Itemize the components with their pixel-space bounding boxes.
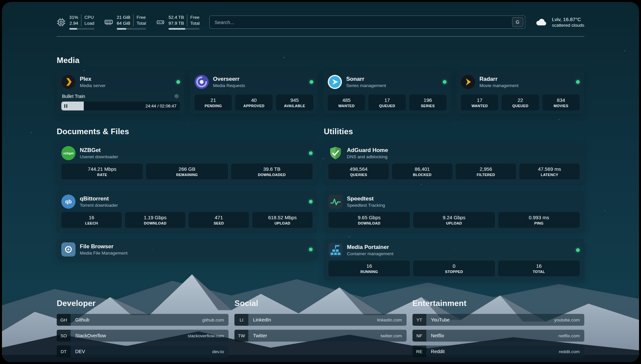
ram-label-1: Free: [137, 15, 146, 20]
disk-progress-fill: [168, 28, 185, 30]
bookmark-stackoverflow[interactable]: SO StackOverflow stackoverflow.com: [57, 330, 229, 342]
stat-label: RATE: [97, 173, 107, 177]
stat-label: REMAINING: [176, 173, 198, 177]
filebrowser-card[interactable]: File Browser Media File Management: [57, 239, 317, 259]
stat-value: 16: [536, 263, 542, 269]
bookmark-twitter[interactable]: TW Twitter twitter.com: [234, 330, 406, 342]
stat: 47.569 ms LATENCY: [519, 164, 580, 179]
bookmark-url: linkedin.com: [377, 318, 407, 322]
stat-value: 39.6 TB: [263, 166, 280, 172]
weather-condition: scattered clouds: [552, 23, 584, 28]
nzbget-card[interactable]: nzbget NZBGet Usenet downloader 744.21 M…: [57, 142, 317, 183]
bookmark-github[interactable]: GH Github github.com: [57, 314, 229, 326]
bookmark-reddit[interactable]: RE Reddit reddit.com: [412, 346, 584, 357]
search-input[interactable]: [214, 19, 512, 25]
portainer-card[interactable]: Media Portainer Container management 16 …: [324, 239, 584, 280]
bookmark-abbr: YT: [412, 314, 426, 326]
stat: 834 MOVIES: [542, 95, 580, 110]
developer-bookmarks: Developer GH Github github.com SO StackO…: [57, 299, 229, 357]
search-engine-button[interactable]: G: [512, 17, 523, 27]
app-name: Radarr: [479, 76, 519, 82]
cpu-load-value: 2.94: [70, 20, 78, 26]
weather-widget: Lviv, 16.87°C scattered clouds: [535, 16, 584, 28]
ram-progress-fill: [117, 28, 126, 30]
bookmark-abbr: NF: [412, 330, 426, 342]
media-grid: Plex Media server Bullet Train: [57, 71, 584, 114]
radarr-card[interactable]: Radarr Movie management 17 WANTED 22 QUE…: [456, 71, 584, 114]
disk-metric: 52.4 TB 97.9 TB Free Total: [156, 15, 200, 29]
stat-label: QUERIES: [350, 173, 367, 177]
bookmark-netflix[interactable]: NF Netflix netflix.com: [412, 330, 584, 342]
stat-value: 471: [215, 215, 223, 220]
plex-card[interactable]: Plex Media server Bullet Train: [57, 71, 185, 114]
bookmark-name: DEV: [71, 349, 85, 354]
bookmark-url: stackoverflow.com: [188, 333, 229, 338]
stat: 0 STOPPED: [413, 260, 495, 276]
ram-label-2: Total: [137, 20, 146, 26]
pause-icon[interactable]: [64, 104, 67, 108]
stat-value: 47.569 ms: [538, 166, 561, 172]
overseerr-card[interactable]: Overseerr Media Requests 21 PENDING 40 A…: [190, 71, 318, 114]
plex-icon: [61, 75, 76, 89]
stat-label: STOPPED: [445, 270, 463, 274]
app-name: Plex: [80, 76, 106, 82]
section-title-developer: Developer: [57, 299, 229, 308]
stat-label: UPLOAD: [274, 221, 290, 225]
stat: 744.21 Mbps RATE: [61, 164, 143, 179]
app-name: NZBGet: [80, 147, 118, 154]
disk-icon: [156, 18, 165, 27]
stat-label: TOTAL: [533, 270, 545, 274]
now-playing-title: Bullet Train: [62, 94, 85, 99]
stat: 39.6 TB DOWNLOADED: [231, 164, 313, 179]
bookmark-abbr: SO: [57, 330, 71, 342]
bookmark-name: LinkedIn: [248, 317, 271, 322]
app-name: Sonarr: [346, 76, 386, 82]
stat-value: 834: [557, 97, 565, 103]
bookmark-url: netflix.com: [558, 333, 584, 338]
qbittorrent-card[interactable]: qb qBittorrent Torrent downloader 16: [57, 191, 317, 232]
bookmark-url: youtube.com: [554, 318, 584, 322]
bookmark-dev[interactable]: DT DEV dev.to: [57, 346, 229, 357]
stat-value: 0.993 ms: [529, 215, 549, 220]
stat: 266 GB REMAINING: [146, 164, 228, 179]
stat: 22 QUEUED: [502, 95, 539, 110]
stat: 86,401 BLOCKED: [392, 164, 452, 179]
section-title-media: Media: [57, 56, 584, 65]
stat: 17 WANTED: [461, 95, 498, 110]
bookmark-abbr: RE: [412, 346, 426, 357]
adguard-card[interactable]: AdGuard Home DNS and adblocking 498,564 …: [324, 142, 584, 183]
stat: 16 LEECH: [61, 212, 122, 228]
entertainment-bookmarks: Entertainment YT YouTube youtube.com NF …: [412, 299, 584, 357]
ram-metric: 21 GiB 64 GiB Free Total: [104, 15, 146, 29]
bookmark-linkedin[interactable]: LI LinkedIn linkedin.com: [234, 314, 406, 326]
cpu-progress-fill: [69, 28, 77, 30]
app-subtitle: Media File Management: [80, 251, 128, 256]
stat-label: MOVIES: [554, 104, 568, 108]
stat-value: 744.21 Mbps: [88, 166, 116, 172]
cloud-icon: [535, 17, 548, 27]
bookmark-name: StackOverflow: [71, 333, 106, 338]
cpu-progress-bar: [69, 28, 94, 30]
app-subtitle: DNS and adblocking: [347, 154, 388, 159]
app-subtitle: Usenet downloader: [80, 154, 118, 159]
stat: 196 SERIES: [409, 95, 446, 110]
bookmark-abbr: LI: [234, 314, 248, 326]
sonarr-card[interactable]: Sonarr Series management 485 WANTED 17 Q…: [323, 71, 451, 114]
bookmark-youtube[interactable]: YT YouTube youtube.com: [412, 314, 584, 326]
stat-value: 17: [384, 97, 390, 103]
playback-progress-bar[interactable]: 24:44 / 02:06:47: [61, 102, 180, 110]
settings-gear-icon[interactable]: [174, 93, 179, 99]
stat: 17 QUEUED: [368, 95, 406, 110]
sonarr-icon: [328, 75, 342, 89]
stat-value: 16: [366, 263, 372, 269]
status-dot: [176, 80, 180, 84]
status-dot: [576, 248, 580, 252]
stat-label: LEECH: [85, 221, 98, 225]
stat-label: PING: [534, 221, 543, 225]
speedtest-card[interactable]: Speedtest Speedtest Tracking 9.65 Gbps D…: [324, 191, 584, 232]
stat-value: 498,564: [350, 166, 367, 172]
bookmark-url: github.com: [202, 318, 229, 322]
app-name: qBittorrent: [80, 196, 118, 202]
svg-text:qb: qb: [65, 198, 72, 204]
bookmark-abbr: TW: [234, 330, 248, 342]
